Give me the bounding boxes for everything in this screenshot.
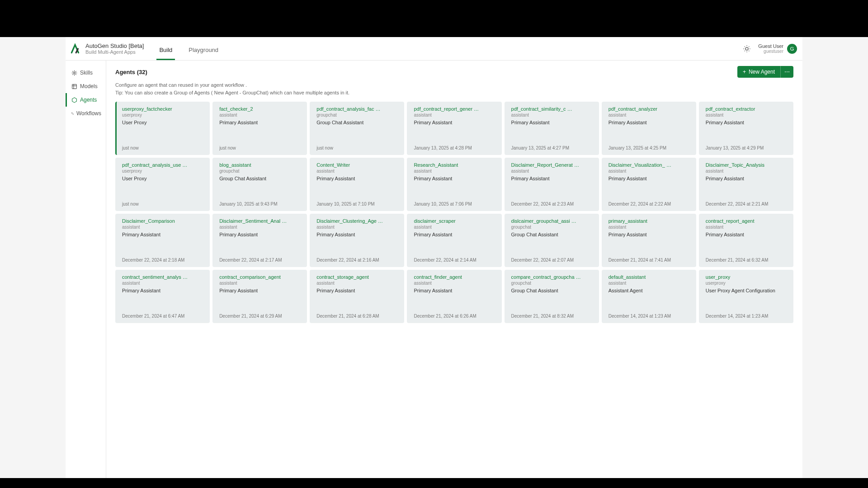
agent-card[interactable]: primary_assistantassistantPrimary Assist… bbox=[602, 214, 696, 267]
sidebar-item-skills[interactable]: Skills bbox=[66, 66, 106, 80]
agent-card[interactable]: default_assistantassistantAssistant Agen… bbox=[602, 270, 696, 323]
agent-card-type: assistant bbox=[511, 169, 594, 174]
agent-card-title: pdf_contract_analysis_use … bbox=[122, 162, 204, 168]
agent-card-type: assistant bbox=[414, 281, 496, 286]
agent-card-date: just now bbox=[122, 197, 204, 206]
new-agent-button[interactable]: + New Agent bbox=[737, 66, 780, 78]
agent-card[interactable]: contract_finder_agentassistantPrimary As… bbox=[407, 270, 501, 323]
agent-card-date: December 22, 2024 at 2:17 AM bbox=[219, 253, 302, 263]
agent-card[interactable]: userproxy_factcheckeruserproxyUser Proxy… bbox=[115, 102, 210, 155]
agent-card[interactable]: Content_WriterassistantPrimary Assistant… bbox=[310, 158, 404, 211]
agent-card-date: December 14, 2024 at 1:23 AM bbox=[609, 309, 691, 319]
agent-card-type: assistant bbox=[609, 225, 691, 230]
agent-card-desc: Primary Assistant bbox=[316, 231, 399, 238]
agent-card-title: Disclaimer_Visualization_ … bbox=[609, 162, 691, 168]
agent-card-desc: Primary Assistant bbox=[609, 175, 691, 182]
agent-card-type: assistant bbox=[414, 225, 496, 230]
agent-card-type: assistant bbox=[316, 169, 399, 174]
agent-card[interactable]: Disclaimer_ComparisonassistantPrimary As… bbox=[115, 214, 210, 267]
agent-card-desc: Primary Assistant bbox=[706, 175, 788, 182]
agent-card-title: contract_report_agent bbox=[706, 218, 788, 224]
user-name: Guest User bbox=[758, 43, 783, 49]
agent-card-type: groupchat bbox=[511, 225, 594, 230]
agent-card[interactable]: blog_assistantgroupchatGroup Chat Assist… bbox=[212, 158, 307, 211]
page-title: Agents (32) bbox=[115, 69, 147, 75]
svg-point-1 bbox=[74, 72, 75, 73]
sidebar-item-agents[interactable]: Agents bbox=[66, 93, 106, 107]
agent-card-desc: Group Chat Assistant bbox=[511, 231, 594, 238]
agent-card[interactable]: pdf_contract_extractorassistantPrimary A… bbox=[699, 102, 793, 155]
agent-card[interactable]: pdf_contract_similarity_c …assistantPrim… bbox=[505, 102, 599, 155]
sidebar-item-label: Agents bbox=[80, 97, 97, 103]
agent-card[interactable]: pdf_contract_analysis_fac …groupchatGrou… bbox=[310, 102, 404, 155]
agent-card-date: December 21, 2024 at 6:29 AM bbox=[219, 309, 302, 319]
agent-card[interactable]: user_proxyuserproxyUser Proxy Agent Conf… bbox=[699, 270, 793, 323]
bottom-fade bbox=[106, 465, 802, 478]
app-logo-icon bbox=[69, 43, 81, 55]
agent-card-title: user_proxy bbox=[706, 274, 788, 280]
agent-card-desc: Primary Assistant bbox=[414, 119, 496, 126]
theme-toggle-icon[interactable] bbox=[743, 45, 751, 53]
agent-card[interactable]: pdf_contract_analysis_use …userproxyUser… bbox=[115, 158, 210, 211]
agent-card-desc: Primary Assistant bbox=[706, 231, 788, 238]
agent-card-title: Disclaimer_Report_Generat … bbox=[511, 162, 594, 168]
agent-card-desc: Primary Assistant bbox=[414, 231, 496, 238]
agent-card-type: assistant bbox=[609, 281, 691, 286]
agent-card[interactable]: Disclaimer_Clustering_Age …assistantPrim… bbox=[310, 214, 404, 267]
agent-card-type: assistant bbox=[609, 113, 691, 117]
agent-card[interactable]: pdf_contract_report_gener …assistantPrim… bbox=[407, 102, 501, 155]
agent-card-type: groupchat bbox=[219, 169, 302, 174]
app-title-block: AutoGen Studio [Beta] Build Multi-Agent … bbox=[85, 42, 144, 55]
agent-card[interactable]: Disclaimer_Sentiment_Anal …assistantPrim… bbox=[212, 214, 307, 267]
sidebar-item-label: Skills bbox=[80, 70, 93, 76]
agent-card[interactable]: compare_contract_groupcha …groupchatGrou… bbox=[505, 270, 599, 323]
agent-card-date: just now bbox=[122, 141, 204, 150]
agent-card[interactable]: contract_sentiment_analys …assistantPrim… bbox=[115, 270, 210, 323]
agent-card-date: December 21, 2024 at 7:41 AM bbox=[609, 253, 691, 263]
agent-card-type: userproxy bbox=[122, 113, 204, 117]
agent-card-title: default_assistant bbox=[609, 274, 691, 280]
agent-card-desc: Primary Assistant bbox=[219, 231, 302, 238]
agent-card-date: January 10, 2025 at 7:06 PM bbox=[414, 197, 496, 206]
agent-card-date: December 21, 2024 at 6:26 AM bbox=[414, 309, 496, 319]
app-header: AutoGen Studio [Beta] Build Multi-Agent … bbox=[66, 37, 802, 61]
agents-icon bbox=[71, 97, 77, 103]
app-title: AutoGen Studio [Beta] bbox=[85, 42, 144, 49]
agent-card-date: January 13, 2025 at 4:25 PM bbox=[609, 141, 691, 150]
user-avatar[interactable]: G bbox=[787, 44, 797, 54]
new-agent-more-button[interactable]: ⋯ bbox=[780, 66, 793, 78]
agent-card-date: December 22, 2024 at 2:22 AM bbox=[609, 197, 691, 206]
agent-card-title: disclaimer_scraper bbox=[414, 218, 496, 224]
agent-card-title: pdf_contract_analysis_fac … bbox=[316, 106, 399, 112]
agent-card[interactable]: dislcaimer_groupchat_assi …groupchatGrou… bbox=[505, 214, 599, 267]
agent-card-type: assistant bbox=[706, 169, 788, 174]
agent-card-title: Disclaimer_Clustering_Age … bbox=[316, 218, 399, 224]
agent-card[interactable]: disclaimer_scraperassistantPrimary Assis… bbox=[407, 214, 501, 267]
sidebar-item-workflows[interactable]: Workflows bbox=[66, 107, 106, 120]
agent-card[interactable]: Research_AssistantassistantPrimary Assis… bbox=[407, 158, 501, 211]
agent-card-desc: Primary Assistant bbox=[511, 175, 594, 182]
agent-card-date: January 10, 2025 at 7:10 PM bbox=[316, 197, 399, 206]
agent-card-date: just now bbox=[316, 141, 399, 150]
agent-card[interactable]: contract_report_agentassistantPrimary As… bbox=[699, 214, 793, 267]
agent-card-date: December 21, 2024 at 8:32 AM bbox=[511, 309, 594, 319]
agent-card-type: assistant bbox=[414, 169, 496, 174]
tab-playground[interactable]: Playground bbox=[186, 40, 221, 60]
agent-card[interactable]: contract_comparison_agentassistantPrimar… bbox=[212, 270, 307, 323]
tab-build[interactable]: Build bbox=[156, 40, 175, 60]
agent-card-desc: Primary Assistant bbox=[316, 175, 399, 182]
agent-card[interactable]: Disclaimer_Report_Generat …assistantPrim… bbox=[505, 158, 599, 211]
agent-card-date: December 22, 2024 at 2:14 AM bbox=[414, 253, 496, 263]
agent-card[interactable]: fact_checker_2assistantPrimary Assistant… bbox=[212, 102, 307, 155]
agent-card[interactable]: Disclaimer_Topic_AnalysisassistantPrimar… bbox=[699, 158, 793, 211]
agent-card[interactable]: contract_storage_agentassistantPrimary A… bbox=[310, 270, 404, 323]
agent-card-title: contract_comparison_agent bbox=[219, 274, 302, 280]
svg-point-0 bbox=[745, 47, 748, 50]
agent-card-desc: Primary Assistant bbox=[122, 287, 204, 294]
agent-card[interactable]: pdf_contract_analyzerassistantPrimary As… bbox=[602, 102, 696, 155]
agent-card-type: assistant bbox=[414, 113, 496, 117]
agent-card-type: assistant bbox=[316, 281, 399, 286]
agent-card[interactable]: Disclaimer_Visualization_ …assistantPrim… bbox=[602, 158, 696, 211]
sidebar-item-models[interactable]: Models bbox=[66, 80, 106, 93]
agent-card-title: pdf_contract_analyzer bbox=[609, 106, 691, 112]
